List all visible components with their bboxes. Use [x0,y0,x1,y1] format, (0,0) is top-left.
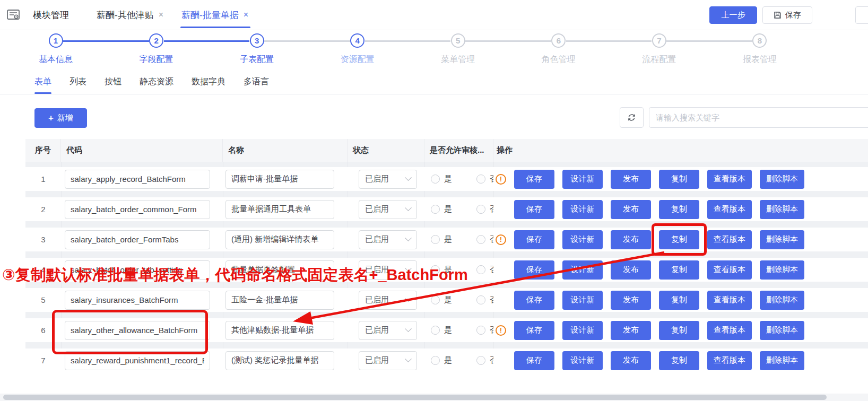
code-input[interactable] [65,230,210,249]
action-button-查看版本[interactable]: 查看版本 [707,170,752,189]
add-new-button[interactable]: + 新增 [34,108,87,128]
step-circle-4[interactable]: 4 [350,33,364,48]
row-index: 3 [25,235,61,244]
radio-yes[interactable]: 是 [431,174,452,184]
action-button-查看版本[interactable]: 查看版本 [707,291,752,310]
action-button-复制[interactable]: 复制 [659,321,699,340]
status-select[interactable]: 已启用 [359,291,417,310]
step-circle-5[interactable]: 5 [451,33,465,48]
status-select[interactable]: 已启用 [359,230,417,249]
radio-no[interactable]: 否 [476,174,493,184]
status-select[interactable]: 已启用 [359,170,417,189]
status-select[interactable]: 已启用 [359,200,417,219]
action-button-设计新[interactable]: 设计新 [562,321,603,340]
subtab-1[interactable]: 列表 [70,70,86,94]
radio-no[interactable]: 否 [476,355,493,365]
tab-salary-batch-order[interactable]: 薪酬-批量单据 × [181,0,248,30]
save-button[interactable]: 保存 [762,6,812,24]
action-button-查看版本[interactable]: 查看版本 [707,351,752,370]
radio-yes[interactable]: 是 [431,234,452,245]
action-button-复制[interactable]: 复制 [659,170,699,189]
action-button-删除脚本[interactable]: 删除脚本 [760,321,804,340]
tab-salary-other-allowance[interactable]: 薪酬-其他津贴 × [97,0,163,30]
action-button-发布[interactable]: 发布 [611,291,651,310]
step-connector [465,40,551,42]
step-circle-7[interactable]: 7 [652,33,666,48]
action-button-复制[interactable]: 复制 [659,351,699,370]
action-button-保存[interactable]: 保存 [514,291,554,310]
name-input[interactable] [225,170,334,189]
chevron-down-icon [405,234,412,241]
step-label-7: 流程配置 [642,54,676,65]
scrollbar-thumb[interactable] [3,395,827,400]
subtab-0[interactable]: 表单 [34,70,51,94]
name-input[interactable] [225,291,334,310]
close-icon[interactable]: × [244,10,248,20]
action-button-发布[interactable]: 发布 [611,200,651,219]
action-button-删除脚本[interactable]: 删除脚本 [760,291,804,310]
radio-no[interactable]: 否 [476,325,493,335]
radio-yes[interactable]: 是 [431,295,452,305]
clipped-edge-button[interactable] [855,6,868,24]
action-button-保存[interactable]: 保存 [514,260,554,280]
subtab-2[interactable]: 按钮 [105,70,121,94]
action-button-设计新[interactable]: 设计新 [562,351,603,370]
action-button-发布[interactable]: 发布 [611,351,651,370]
action-button-发布[interactable]: 发布 [611,170,651,189]
action-button-保存[interactable]: 保存 [514,170,554,189]
table-row: 2 已启用 是 否 ! 保存设计新发布复制查看版本删除脚本 [25,197,868,221]
action-button-设计新[interactable]: 设计新 [562,170,603,189]
action-button-复制[interactable]: 复制 [659,291,699,310]
name-input[interactable] [225,200,334,219]
action-button-复制[interactable]: 复制 [659,200,699,219]
step-circle-2[interactable]: 2 [149,33,163,48]
radio-yes[interactable]: 是 [431,325,452,335]
step-circle-6[interactable]: 6 [551,33,566,48]
name-input[interactable] [225,321,334,340]
code-input[interactable] [65,170,210,189]
search-input[interactable] [649,107,868,128]
action-button-保存[interactable]: 保存 [514,230,554,249]
status-select[interactable]: 已启用 [359,351,417,370]
step-circle-1[interactable]: 1 [49,33,63,48]
action-button-设计新[interactable]: 设计新 [562,230,603,249]
radio-no[interactable]: 否 [476,204,493,214]
status-select[interactable]: 已启用 [359,321,417,340]
action-button-查看版本[interactable]: 查看版本 [707,230,752,249]
action-button-发布[interactable]: 发布 [611,321,651,340]
subtab-5[interactable]: 多语言 [244,70,269,94]
subtab-3[interactable]: 静态资源 [140,70,173,94]
action-button-查看版本[interactable]: 查看版本 [707,200,752,219]
action-button-删除脚本[interactable]: 删除脚本 [760,230,804,249]
action-button-复制[interactable]: 复制 [659,260,699,280]
action-button-查看版本[interactable]: 查看版本 [707,260,752,280]
name-input[interactable] [225,351,334,370]
radio-no[interactable]: 否 [476,265,493,275]
action-button-删除脚本[interactable]: 删除脚本 [760,170,804,189]
action-button-发布[interactable]: 发布 [611,230,651,249]
refresh-button[interactable] [620,107,644,128]
radio-no[interactable]: 否 [476,295,493,305]
action-button-设计新[interactable]: 设计新 [562,291,603,310]
radio-yes[interactable]: 是 [431,204,452,214]
code-input[interactable] [65,200,210,219]
radio-yes[interactable]: 是 [431,355,452,365]
action-button-删除脚本[interactable]: 删除脚本 [760,351,804,370]
action-button-保存[interactable]: 保存 [514,351,554,370]
radio-no[interactable]: 否 [476,234,493,245]
step-circle-8[interactable]: 8 [752,33,767,48]
subtab-4[interactable]: 数据字典 [192,70,225,94]
action-button-删除脚本[interactable]: 删除脚本 [760,260,804,280]
action-button-保存[interactable]: 保存 [514,321,554,340]
action-button-设计新[interactable]: 设计新 [562,260,603,280]
previous-step-button[interactable]: 上一步 [709,6,757,24]
action-button-设计新[interactable]: 设计新 [562,200,603,219]
action-button-删除脚本[interactable]: 删除脚本 [760,200,804,219]
action-button-查看版本[interactable]: 查看版本 [707,321,752,340]
step-circle-3[interactable]: 3 [250,33,264,48]
code-input[interactable] [65,291,210,310]
action-button-发布[interactable]: 发布 [611,260,651,280]
close-icon[interactable]: × [159,10,163,20]
name-input[interactable] [225,230,334,249]
action-button-保存[interactable]: 保存 [514,200,554,219]
